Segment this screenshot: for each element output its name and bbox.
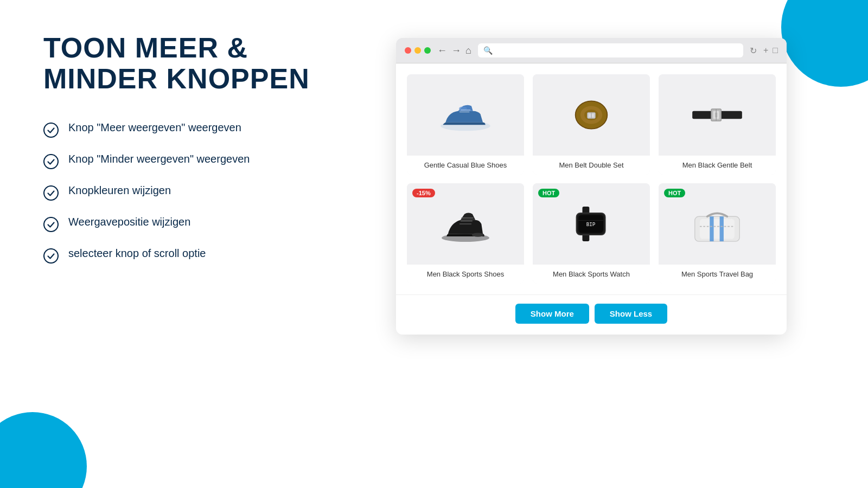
product-image — [559, 88, 624, 142]
svg-point-0 — [44, 123, 58, 137]
browser-address-bar[interactable]: 🔍 — [478, 43, 743, 57]
product-card: HOT BIP Men Black Sports Watch — [533, 183, 650, 284]
browser-footer: Show More Show Less — [396, 294, 787, 335]
product-card: -15% Men Black Sports Shoes — [407, 183, 524, 284]
product-image — [433, 88, 498, 142]
product-image-area — [659, 74, 776, 156]
product-name: Men Belt Double Set — [533, 156, 650, 175]
browser-dots — [405, 47, 431, 54]
left-panel: TOON MEER & MINDER KNOPPEN Knop "Meer we… — [43, 33, 326, 466]
product-card: HOT Men Sports Travel Bag — [659, 183, 776, 284]
product-card: Men Belt Double Set — [533, 74, 650, 175]
nav-forward[interactable]: → — [451, 45, 461, 56]
product-card: Gentle Casual Blue Shoes — [407, 74, 524, 175]
tabs-icon[interactable]: □ — [773, 46, 778, 55]
svg-point-3 — [44, 217, 58, 232]
product-card: Men Black Gentle Belt — [659, 74, 776, 175]
show-more-button[interactable]: Show More — [515, 304, 589, 324]
product-image-area — [407, 74, 524, 156]
product-badge: HOT — [664, 189, 685, 197]
browser-content: Gentle Casual Blue Shoes Men Belt Double… — [396, 63, 787, 294]
check-icon — [43, 154, 59, 169]
product-name: Gentle Casual Blue Shoes — [407, 156, 524, 175]
product-badge: -15% — [412, 189, 435, 197]
svg-point-24 — [472, 233, 484, 237]
svg-text:BIP: BIP — [586, 221, 596, 227]
feature-text: selecteer knop of scroll optie — [68, 247, 206, 260]
new-tab-icon[interactable]: + — [763, 46, 768, 55]
product-image-area: -15% — [407, 183, 524, 265]
nav-home[interactable]: ⌂ — [465, 45, 471, 56]
feature-item: selecteer knop of scroll optie — [43, 247, 326, 264]
svg-rect-34 — [720, 216, 724, 241]
svg-rect-19 — [715, 112, 717, 117]
feature-text: Knop "Minder weergeven" weergeven — [68, 153, 250, 165]
search-icon: 🔍 — [483, 46, 493, 55]
dot-green — [424, 47, 431, 54]
product-image — [433, 197, 498, 251]
product-name: Men Sports Travel Bag — [659, 265, 776, 284]
check-icon — [43, 217, 59, 232]
product-image-area — [533, 74, 650, 156]
check-icon — [43, 123, 59, 138]
feature-item: Knopkleuren wijzigen — [43, 184, 326, 201]
reload-icon[interactable]: ↻ — [750, 46, 757, 56]
product-image — [685, 88, 750, 142]
feature-item: Knop "Minder weergeven" weergeven — [43, 153, 326, 169]
product-badge: HOT — [538, 189, 559, 197]
product-image — [685, 197, 750, 251]
right-panel: ← → ⌂ 🔍 ↻ + □ — [358, 33, 825, 466]
product-image-area: HOT — [659, 183, 776, 265]
product-image: BIP — [559, 197, 624, 251]
nav-back[interactable]: ← — [437, 45, 447, 56]
check-icon — [43, 185, 59, 201]
browser-actions: + □ — [763, 46, 778, 55]
product-name: Men Black Sports Watch — [533, 265, 650, 284]
browser-window: ← → ⌂ 🔍 ↻ + □ — [396, 38, 787, 335]
dot-yellow — [414, 47, 421, 54]
feature-text: Weergavepositie wijzigen — [68, 216, 190, 228]
product-name: Men Black Sports Shoes — [407, 265, 524, 284]
product-name: Men Black Gentle Belt — [659, 156, 776, 175]
browser-toolbar: ← → ⌂ 🔍 ↻ + □ — [396, 38, 787, 63]
svg-rect-32 — [700, 219, 735, 239]
feature-item: Weergavepositie wijzigen — [43, 216, 326, 232]
feature-item: Knop "Meer weergeven" weergeven — [43, 121, 326, 138]
page-title: TOON MEER & MINDER KNOPPEN — [43, 33, 326, 94]
svg-point-4 — [44, 249, 58, 263]
svg-rect-33 — [710, 216, 713, 241]
product-image-area: HOT BIP — [533, 183, 650, 265]
product-grid: Gentle Casual Blue Shoes Men Belt Double… — [407, 74, 776, 284]
feature-list: Knop "Meer weergeven" weergeven Knop "Mi… — [43, 121, 326, 264]
check-icon — [43, 248, 59, 264]
svg-point-2 — [44, 186, 58, 200]
browser-nav: ← → ⌂ — [437, 45, 471, 56]
svg-point-1 — [44, 155, 58, 169]
show-less-button[interactable]: Show Less — [595, 304, 667, 324]
feature-text: Knop "Meer weergeven" weergeven — [68, 121, 241, 134]
dot-red — [405, 47, 411, 54]
main-content: TOON MEER & MINDER KNOPPEN Knop "Meer we… — [0, 0, 868, 488]
feature-text: Knopkleuren wijzigen — [68, 184, 171, 197]
